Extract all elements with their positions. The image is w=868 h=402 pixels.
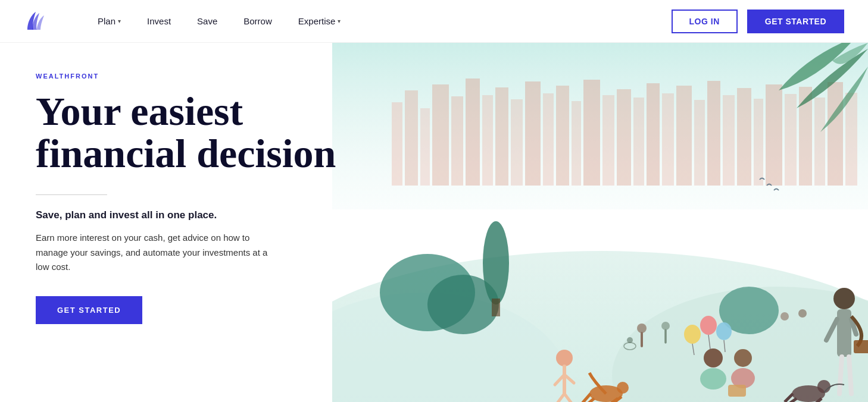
svg-point-85 xyxy=(798,309,807,318)
svg-rect-64 xyxy=(837,309,851,357)
hero-subtitle: Save, plan and invest all in one place. xyxy=(36,209,381,221)
svg-rect-56 xyxy=(728,385,746,397)
get-started-nav-button[interactable]: GET STARTED xyxy=(747,10,844,33)
logo[interactable] xyxy=(24,8,49,34)
expertise-chevron-icon: ▾ xyxy=(338,18,341,24)
svg-rect-13 xyxy=(572,101,581,186)
svg-rect-22 xyxy=(707,81,720,186)
svg-point-76 xyxy=(817,380,830,393)
svg-rect-20 xyxy=(676,86,692,186)
svg-rect-18 xyxy=(647,83,660,186)
svg-rect-21 xyxy=(694,100,705,186)
svg-point-47 xyxy=(617,382,629,394)
svg-rect-67 xyxy=(854,340,868,353)
hero-title: Your easiest financial decision xyxy=(36,90,381,175)
svg-rect-24 xyxy=(737,88,751,186)
nav-expertise-link[interactable]: Expertise ▾ xyxy=(285,11,354,31)
svg-rect-4 xyxy=(432,84,449,186)
svg-rect-29 xyxy=(814,98,825,186)
svg-point-80 xyxy=(637,324,647,333)
nav-plan-link[interactable]: Plan ▾ xyxy=(85,11,134,31)
svg-rect-8 xyxy=(495,87,508,186)
svg-point-40 xyxy=(556,350,573,366)
nav-actions: LOG IN GET STARTED xyxy=(672,10,844,33)
svg-rect-38 xyxy=(492,299,500,316)
svg-point-61 xyxy=(716,322,732,340)
nav-links: Plan ▾ Invest Save Borrow Expertise ▾ xyxy=(85,11,672,31)
svg-rect-27 xyxy=(785,94,797,186)
svg-rect-7 xyxy=(482,95,493,186)
plan-chevron-icon: ▾ xyxy=(118,18,121,24)
nav-invest-link[interactable]: Invest xyxy=(134,11,184,31)
hero-section: WEALTHFRONT Your easiest financial decis… xyxy=(0,43,868,402)
svg-rect-10 xyxy=(525,81,541,186)
svg-rect-26 xyxy=(766,84,782,186)
svg-rect-14 xyxy=(583,80,600,186)
svg-rect-17 xyxy=(633,98,644,186)
svg-point-37 xyxy=(483,221,509,304)
nav-save-link[interactable]: Save xyxy=(184,11,230,31)
svg-point-59 xyxy=(700,316,717,335)
svg-rect-3 xyxy=(420,108,430,186)
svg-rect-31 xyxy=(845,93,857,186)
login-button[interactable]: LOG IN xyxy=(672,10,738,33)
hero-cta-button[interactable]: GET STARTED xyxy=(36,296,142,324)
nav-borrow-link[interactable]: Borrow xyxy=(230,11,285,31)
svg-rect-6 xyxy=(466,78,480,186)
navigation: Plan ▾ Invest Save Borrow Expertise ▾ LO… xyxy=(0,0,868,43)
hero-divider xyxy=(36,194,107,195)
hero-illustration xyxy=(332,43,868,402)
svg-rect-5 xyxy=(451,96,463,186)
svg-rect-16 xyxy=(617,89,631,186)
svg-point-63 xyxy=(833,288,855,309)
brand-label: WEALTHFRONT xyxy=(36,73,381,80)
svg-rect-30 xyxy=(828,82,843,186)
hero-description: Earn more interest on your cash, get adv… xyxy=(36,231,274,275)
svg-rect-25 xyxy=(754,99,763,186)
svg-point-52 xyxy=(704,348,723,368)
svg-point-54 xyxy=(734,349,752,367)
svg-line-69 xyxy=(849,357,851,394)
svg-point-57 xyxy=(684,325,701,344)
svg-rect-9 xyxy=(511,99,523,186)
svg-point-82 xyxy=(661,322,670,330)
svg-point-53 xyxy=(700,368,726,390)
svg-line-68 xyxy=(839,357,842,394)
svg-rect-12 xyxy=(556,86,569,186)
svg-rect-1 xyxy=(392,102,402,186)
svg-point-84 xyxy=(780,312,789,321)
svg-rect-15 xyxy=(602,95,614,186)
svg-rect-19 xyxy=(662,93,674,186)
svg-rect-11 xyxy=(543,93,554,186)
svg-rect-23 xyxy=(723,95,735,186)
svg-rect-2 xyxy=(405,90,418,186)
hero-content: WEALTHFRONT Your easiest financial decis… xyxy=(36,73,381,324)
